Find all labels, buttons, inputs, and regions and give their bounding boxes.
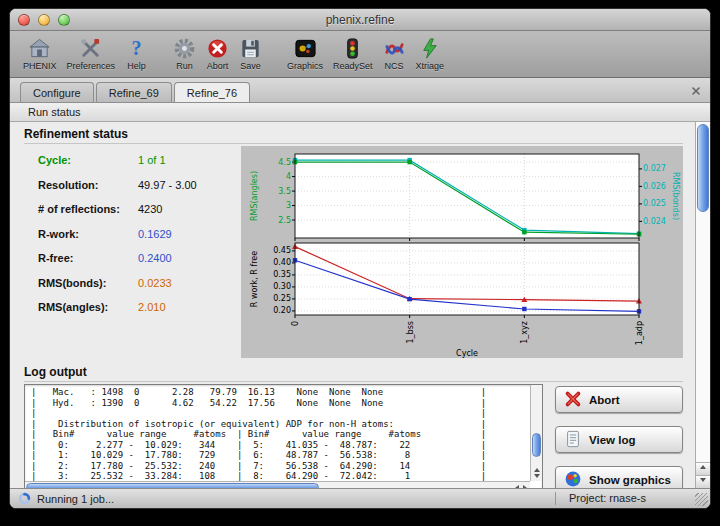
svg-text:1_xyz: 1_xyz [520,321,529,344]
svg-text:1_bss: 1_bss [406,321,415,344]
stat-r-free: R-free:0.2400 [38,252,236,264]
stat-r-work: R-work:0.1629 [38,228,236,240]
action-buttons: AbortView logShow graphics [555,384,683,488]
ncs-icon [383,37,406,60]
svg-text:RMS(angles): RMS(angles) [250,171,259,221]
log-text: | Mac. : 1498 0 2.28 79.79 16.13 None No… [25,385,542,488]
svg-text:0.25: 0.25 [273,294,291,303]
status-divider [555,492,556,505]
toolbar-button-save[interactable]: Save [234,35,267,73]
scroll-down-icon[interactable] [534,474,540,478]
abort-x-icon [564,390,582,410]
refinement-status-section: Cycle:1 of 1Resolution:49.97 - 3.00# of … [24,146,683,360]
svg-text:2.5: 2.5 [278,216,291,225]
close-tab-icon[interactable] [690,83,702,95]
toolbar-button-label: NCS [385,61,404,71]
log-vertical-scrollbar[interactable] [530,385,542,481]
toolbar-button-abort[interactable]: Abort [201,35,234,73]
title-bar[interactable]: phenix.refine [10,9,710,31]
main-vertical-scrollbar[interactable] [695,122,710,488]
log-output-heading: Log output [24,362,683,382]
svg-text:0.027: 0.027 [643,164,666,173]
action-button-label: Abort [589,394,620,406]
svg-text:0.026: 0.026 [643,182,666,191]
run-status-tab[interactable]: Run status [10,103,710,122]
toolbar-button-readyset[interactable]: ReadySet [328,35,378,73]
svg-text:0.35: 0.35 [273,270,291,279]
preferences-tools-icon [79,37,102,60]
svg-text:RMS(bonds): RMS(bonds) [671,172,680,220]
log-output-area[interactable]: | Mac. : 1498 0 2.28 79.79 16.13 None No… [24,384,543,488]
main-scrollbar-thumb[interactable] [697,124,709,212]
tab-refine-76[interactable]: Refine_76 [174,82,250,102]
stat-of-reflections: # of reflections:4230 [38,203,236,215]
log-vertical-scrollbar-arrows[interactable] [531,466,542,480]
tab-list: ConfigureRefine_69Refine_76 [20,82,252,102]
resize-grip[interactable] [695,493,708,506]
stat-value: 0.0233 [138,277,172,289]
stat-label: Resolution: [38,179,138,191]
action-button-label: Show graphics [589,474,671,486]
toolbar-button-label: Xtriage [416,61,445,71]
main-scroll-down-button[interactable] [696,475,710,488]
toolbar-button-run[interactable]: Run [168,35,201,73]
stat-value: 4230 [138,203,162,215]
phenix-home-icon [28,37,51,60]
stat-label: Cycle: [38,154,138,166]
svg-text:3: 3 [286,201,291,210]
toolbar-button-graphics[interactable]: Graphics [282,35,328,73]
svg-text:Cycle: Cycle [456,349,478,358]
stat-label: # of reflections: [38,203,138,215]
status-project-text: Project: rnase-s [545,492,704,506]
zoom-window-button[interactable] [58,14,70,26]
svg-text:0.45: 0.45 [273,246,291,255]
toolbar-button-help[interactable]: ?Help [120,35,153,73]
toolbar-button-phenix[interactable]: PHENIX [18,35,62,73]
minimize-window-button[interactable] [38,14,50,26]
toolbar-button-label: Abort [207,61,229,71]
graphics-viewer-icon [294,37,317,60]
toolbar-button-xtriage[interactable]: Xtriage [411,35,450,73]
log-output-section: | Mac. : 1498 0 2.28 79.79 16.13 None No… [24,384,683,488]
action-button-label: View log [589,434,635,446]
abort-button[interactable]: Abort [555,386,683,413]
toolbar-button-label: PHENIX [23,61,57,71]
close-window-button[interactable] [18,14,30,26]
show-graphics-button[interactable]: Show graphics [555,466,683,488]
run-gear-icon [173,37,196,60]
refinement-progress-chart: 2.533.544.50.0240.0250.0260.027RMS(angle… [241,146,683,358]
status-bar: Running 1 job... Project: rnase-s [10,488,710,508]
stat-value: 1 of 1 [138,154,166,166]
toolbar-button-label: Preferences [67,61,116,71]
svg-text:1_adp: 1_adp [635,321,644,345]
show-graphics-icon [564,470,582,489]
main-panel: Run status Refinement status Cycle:1 of … [10,103,710,488]
stat-value: 0.2400 [138,252,172,264]
svg-text:0.20: 0.20 [273,306,291,315]
log-vertical-scrollbar-thumb[interactable] [532,433,541,457]
tab-refine-69[interactable]: Refine_69 [96,82,172,102]
window-controls [10,14,78,26]
toolbar-button-ncs[interactable]: NCS [378,35,411,73]
xtriage-icon [418,37,441,60]
toolbar-button-label: Graphics [287,61,323,71]
view-log-button[interactable]: View log [555,426,683,453]
readyset-traffic-light-icon [341,37,364,60]
svg-text:4.5: 4.5 [278,158,291,167]
main-scroll-up-button[interactable] [696,462,710,475]
tab-bar: ConfigureRefine_69Refine_76 [10,78,710,103]
run-status-tab-label: Run status [28,106,81,118]
phenix-refine-window: phenix.refine PHENIXPreferences?HelpRunA… [9,8,711,509]
scroll-up-icon[interactable] [534,468,540,472]
toolbar-button-label: Run [176,61,193,71]
svg-text:3.5: 3.5 [278,187,291,196]
toolbar-button-preferences[interactable]: Preferences [62,35,121,73]
tab-configure[interactable]: Configure [20,82,94,102]
svg-text:0.30: 0.30 [273,282,291,291]
help-question-icon: ? [125,37,148,60]
refinement-status-heading: Refinement status [24,124,683,144]
stat-value: 49.97 - 3.00 [138,179,197,191]
svg-text:0.024: 0.024 [643,217,666,226]
log-horizontal-scrollbar[interactable] [25,481,530,488]
save-floppy-icon [239,37,262,60]
